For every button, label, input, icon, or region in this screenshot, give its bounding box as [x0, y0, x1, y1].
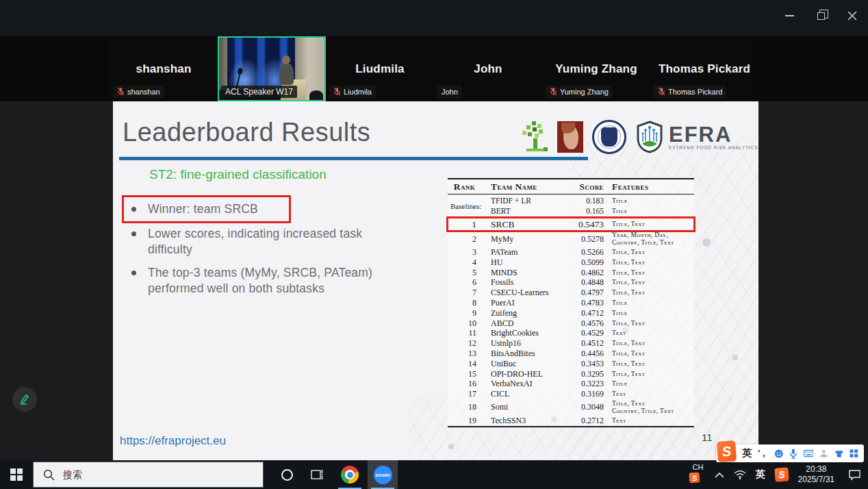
- participant-tile-yuming-zhang[interactable]: Yuming ZhangYuming Zhang: [542, 36, 650, 101]
- score-cell: 0.5099: [564, 258, 605, 268]
- rank-cell: 10: [448, 318, 485, 329]
- taskbar-clock[interactable]: 20:38 2025/7/31: [798, 464, 834, 485]
- features-line: Country, Title, Text: [612, 408, 694, 415]
- team-cell: PuerAI: [485, 298, 564, 308]
- features-cell: Title, Text: [605, 320, 694, 327]
- participant-tile-john[interactable]: JohnJohn: [434, 36, 542, 101]
- participant-label: Yuming Zhang: [546, 86, 613, 98]
- sogou-logo[interactable]: S: [717, 440, 737, 462]
- score-cell: 0.5473: [564, 219, 605, 230]
- table-row-rank-7: 7CSECU-Learners0.4797Title, Text: [448, 288, 694, 298]
- table-row-rank-14: 14UniBuc0.3453Title, Text: [448, 359, 694, 369]
- baseline-scores: 0.1830.165: [564, 196, 605, 216]
- zoom-taskbar-button[interactable]: zoom: [368, 460, 398, 489]
- participant-label: John: [437, 86, 462, 98]
- features-line: Title, Text: [612, 289, 694, 297]
- action-center-icon[interactable]: [848, 469, 861, 481]
- score-cell: 0.3295: [564, 369, 605, 379]
- mic-muted-icon: [658, 87, 665, 96]
- table-row-rank-16: 16VerbaNexAI0.3223Title: [448, 379, 694, 389]
- minimize-button[interactable]: [779, 7, 800, 25]
- baseline-score: 0.165: [564, 206, 604, 216]
- score-cell: 0.4712: [564, 308, 605, 318]
- mic-muted-icon-wrap: [658, 87, 665, 97]
- table-row-rank-13: 13BitsAndBites0.4456Title, Text: [448, 349, 694, 359]
- restore-icon: [817, 12, 825, 20]
- wifi-icon[interactable]: [734, 470, 746, 479]
- features-line: Title: [612, 310, 694, 317]
- bullet-dot: [131, 231, 136, 236]
- participant-tile-thomas-pickard[interactable]: Thomas PickardThomas Pickard: [650, 36, 758, 101]
- task-view-button[interactable]: [302, 460, 332, 489]
- window-title-bar: [0, 0, 868, 36]
- circuit-dot: [448, 444, 454, 449]
- close-button[interactable]: [842, 7, 863, 25]
- tray-ime-indicator[interactable]: CH S: [687, 462, 705, 487]
- efra-tagline: EXTREME FOOD RISK ANALYTICS: [669, 145, 758, 150]
- rank-cell: 14: [448, 359, 485, 369]
- search-input[interactable]: [63, 469, 227, 480]
- team-cell: ABCD: [485, 318, 564, 329]
- ime-language-toggle[interactable]: 英: [742, 447, 752, 460]
- ime-punctuation-toggle[interactable]: ’，: [758, 447, 768, 460]
- participant-label-text: Liudmila: [344, 88, 372, 96]
- emoji-icon[interactable]: [774, 449, 784, 459]
- participant-tile-acl-speaker-w17[interactable]: ACL Speaker W17: [218, 36, 326, 101]
- leaderboard-table: RankTeam NameScoreFeaturesBaselines:TFID…: [448, 178, 694, 427]
- tray-language-label[interactable]: 英: [756, 468, 765, 481]
- skin-icon[interactable]: [834, 449, 844, 458]
- keyboard-icon[interactable]: [804, 449, 813, 457]
- annotate-button[interactable]: [12, 387, 37, 412]
- close-icon: [847, 11, 857, 21]
- features-cell: Title, Text: [605, 259, 694, 266]
- features-line: Country, Title, Text: [612, 239, 694, 247]
- rank-cell: 2: [448, 234, 485, 244]
- features-cell: Title, Text: [605, 360, 694, 368]
- participant-label: shanshan: [113, 86, 164, 98]
- bullet-item: The top-3 teams (MyMy, SRCB, PATeam) per…: [131, 265, 419, 297]
- rank-cell: 17: [448, 389, 485, 399]
- rank-cell: 4: [448, 258, 485, 268]
- voice-input-icon[interactable]: [789, 449, 797, 459]
- team-cell: CSECU-Learners: [485, 288, 564, 298]
- rank-cell: 6: [448, 277, 485, 288]
- baseline-feature: Title: [612, 206, 694, 216]
- team-cell: OPI-DRO-HEL: [485, 369, 564, 379]
- minimize-icon: [785, 15, 794, 16]
- rank-cell: 9: [448, 308, 485, 318]
- start-button[interactable]: [0, 460, 33, 489]
- participant-tile-shanshan[interactable]: shanshanshanshan: [110, 36, 218, 101]
- mic-muted-icon: [550, 87, 557, 96]
- restore-button[interactable]: [810, 7, 831, 25]
- table-row-rank-12: 12Ustnlp160.4512Title, Text: [448, 338, 694, 349]
- table-row-rank-1: 1SRCB0.5473Title, Text: [448, 218, 694, 231]
- table-row-rank-5: 5MINDS0.4862Title, Text: [448, 268, 694, 278]
- table-row-rank-3: 3PATeam0.5266Title, Text: [448, 247, 694, 258]
- clock-date: 2025/7/31: [798, 475, 834, 485]
- features-cell: Title: [605, 299, 694, 307]
- table-row-rank-10: 10ABCD0.4576Title, Text: [448, 318, 694, 329]
- cortana-button[interactable]: [272, 460, 302, 489]
- windows-logo-icon: [10, 468, 23, 481]
- features-cell: Title: [605, 380, 694, 388]
- hidden-icons-chevron[interactable]: [715, 472, 724, 478]
- features-line: Title, Text: [612, 279, 694, 286]
- header-cell: Features: [605, 183, 694, 190]
- mic-muted-icon-wrap: [550, 87, 557, 97]
- score-cell: 0.4862: [564, 268, 605, 278]
- team-cell: VerbaNexAI: [485, 379, 564, 389]
- team-cell: Zuifeng: [485, 308, 564, 318]
- chrome-icon: [341, 466, 359, 484]
- features-line: Title, Text: [612, 259, 694, 266]
- participant-tile-liudmila[interactable]: LiudmilaLiudmila: [326, 36, 434, 101]
- toolbox-icon[interactable]: [850, 449, 858, 458]
- score-cell: 0.3223: [564, 379, 605, 389]
- features-line: Title, Text: [612, 221, 694, 228]
- taskbar-search[interactable]: [33, 462, 264, 488]
- sogou-tray-icon[interactable]: S: [774, 467, 789, 481]
- table-row-rank-2: 2MyMy0.5278Year, Month, Day,Country, Tit…: [448, 231, 694, 247]
- bullet-text: The top-3 teams (MyMy, SRCB, PATeam) per…: [148, 265, 389, 297]
- features-cell: Year, Month, Day,Country, Title, Text: [605, 231, 694, 247]
- profile-icon[interactable]: [819, 449, 828, 458]
- chrome-taskbar-button[interactable]: [335, 460, 365, 489]
